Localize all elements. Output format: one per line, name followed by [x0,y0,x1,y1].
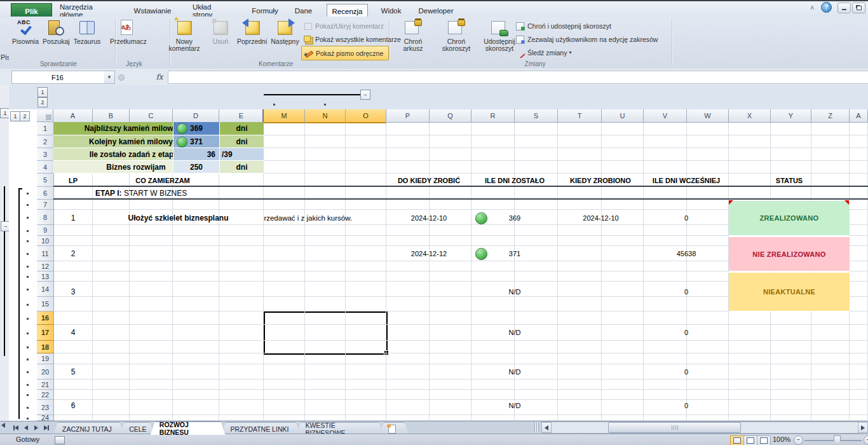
note-new-button[interactable]: Nowy komentarz [163,18,206,53]
hscroll-left-arrow[interactable] [541,422,552,433]
task-what[interactable]: Ułożyć szkielet biznesplanu [93,212,264,224]
column-header-E[interactable]: E [219,109,264,123]
active-cell-selection[interactable] [264,312,388,355]
task-lp[interactable]: 6 [53,399,93,412]
task-days-left[interactable]: N/D [471,399,558,412]
sheet-tab-cele[interactable]: CELE [120,422,154,435]
column-header-S[interactable]: S [515,109,558,123]
research-button[interactable]: Poszukaj [41,18,72,46]
horizontal-scrollbar-thumb[interactable] [608,422,741,433]
task-lp[interactable]: 1 [53,212,93,224]
ribbon-tab-deweloper[interactable]: Deweloper [413,4,459,18]
zoom-out-button[interactable]: − [794,435,803,445]
column-outline-level-1[interactable]: 1 [37,87,48,97]
row-header-24[interactable]: 24 [37,415,54,421]
row-header-11[interactable]: 11 [37,246,54,261]
task-note-overflow[interactable]: przedawać i z jakich kursów. [264,212,385,224]
column-outline-level-2[interactable]: 2 [37,97,48,107]
task-days-early[interactable]: 0 [644,212,729,224]
row-header-8[interactable]: 8 [37,210,54,225]
column-header-X[interactable]: X [729,109,771,123]
task-lp[interactable]: 2 [53,247,93,260]
insert-function-button[interactable]: fx [153,71,166,82]
task-days-early[interactable]: 45638 [644,247,729,260]
row-header-14[interactable]: 14 [37,282,54,297]
ribbon-collapse-icon[interactable]: ˄ [810,4,814,11]
column-header-W[interactable]: W [687,109,729,123]
sheet-nav-first-icon[interactable] [11,423,20,432]
row-header-6[interactable]: 6 [37,187,54,200]
summary-unit[interactable]: dni [219,161,264,174]
sheet-tab-zacznij-tutaj[interactable]: ZACZNIJ TUTAJ [53,422,124,435]
column-header-T[interactable]: T [558,109,602,123]
task-days-early[interactable]: 0 [644,366,729,378]
summary-unit[interactable]: dni [219,122,264,135]
task-days-left[interactable]: N/D [471,285,558,298]
column-header-Z[interactable]: Z [811,109,850,123]
ribbon-tab-formuły[interactable]: Formuły [247,4,283,18]
column-header-A-partial[interactable]: A [850,109,868,123]
ribbon-tab-układ-strony[interactable]: Układ strony [185,4,239,18]
help-icon[interactable]: ? [821,2,832,13]
row-header-1[interactable]: 1 [37,122,54,135]
column-header-P[interactable]: P [386,109,430,123]
track-changes-button[interactable]: Śledź zmiany▾ [513,46,677,59]
sheet-tab-rozwój-biznesu[interactable]: ROZWÓJ BIZNESU [151,421,226,435]
column-header-D[interactable]: D [173,109,219,123]
minimize-button[interactable] [837,3,851,13]
task-status[interactable]: NIEAKTUALNE [729,272,850,312]
row-header-10[interactable]: 10 [37,236,54,246]
sheet-tab-kwestie-biznesowe[interactable]: KWESTIE BIZNESOWE [296,422,383,435]
task-days-left[interactable]: N/D [471,326,558,339]
task-status[interactable]: ZREALIZOWANO [729,200,850,236]
protect-share-button[interactable]: Chroń i udostępnij skoroszyt [513,19,677,32]
row-header-22[interactable]: 22 [37,390,54,400]
column-header-O[interactable]: O [346,109,386,123]
column-header-Q[interactable]: Q [430,109,471,123]
tab-scroll-splitter[interactable] [534,422,539,432]
thesaurus-button[interactable]: Tezaurus [72,18,103,46]
view-page-layout-button[interactable] [743,435,757,445]
task-days-early[interactable]: 0 [644,326,729,339]
macro-record-icon[interactable] [55,436,65,444]
stage-row-cell[interactable]: ETAP I: START W BIZNES [95,187,413,200]
insert-worksheet-tab[interactable] [379,422,409,435]
summary-value[interactable]: 36 [173,148,219,161]
row-header-19[interactable]: 19 [37,353,54,364]
row-header-20[interactable]: 20 [37,364,54,380]
row-header-13[interactable]: 13 [37,271,54,282]
zoom-level[interactable]: 100% [773,435,790,443]
column-header-U[interactable]: U [602,109,644,123]
spellcheck-button[interactable]: Pisownia [10,18,41,46]
note-prev-button[interactable]: Poprzedni [235,18,269,53]
formula-input[interactable] [168,71,868,84]
row-header-9[interactable]: 9 [37,225,54,236]
row-header-7[interactable]: 7 [37,200,54,210]
sheet-nav-prev-icon[interactable] [22,423,31,432]
column-header-Y[interactable]: Y [771,109,811,123]
protect-workbook-button[interactable]: Chroń skoroszyt [435,18,478,53]
ribbon-tab-widok[interactable]: Widok [376,4,407,18]
task-days-left[interactable]: N/D [471,366,558,378]
column-header-C[interactable]: C [130,109,173,123]
table-header-status[interactable]: STATUS [726,174,853,187]
row-header-17[interactable]: 17 [37,325,54,341]
summary-unit[interactable]: dni [219,135,264,148]
column-header-B[interactable]: B [93,109,130,123]
row-header-18[interactable]: 18 [37,341,54,353]
allow-edit-ranges-button[interactable]: Zezwalaj użytkownikom na edycję zakresów [513,32,677,46]
row-header-16[interactable]: 16 [37,312,54,325]
row-header-21[interactable]: 21 [37,380,54,390]
column-header-M[interactable]: M [264,109,305,123]
row-header-3[interactable]: 3 [37,148,54,161]
translate-button[interactable]: Przetłumacz [108,18,149,46]
row-header-12[interactable]: 12 [37,261,54,271]
sheet-tab-przydatne-linki[interactable]: PRZYDATNE LINKI [221,422,300,435]
view-page-break-button[interactable] [757,435,771,445]
sheet-nav-last-icon[interactable] [42,423,51,432]
column-header-R[interactable]: R [471,109,515,123]
task-lp[interactable]: 4 [53,326,93,339]
column-group-collapse-button[interactable]: − [360,90,370,100]
sheet-nav-next-icon[interactable] [32,423,41,432]
task-due[interactable]: 2024-12-12 [386,247,471,260]
